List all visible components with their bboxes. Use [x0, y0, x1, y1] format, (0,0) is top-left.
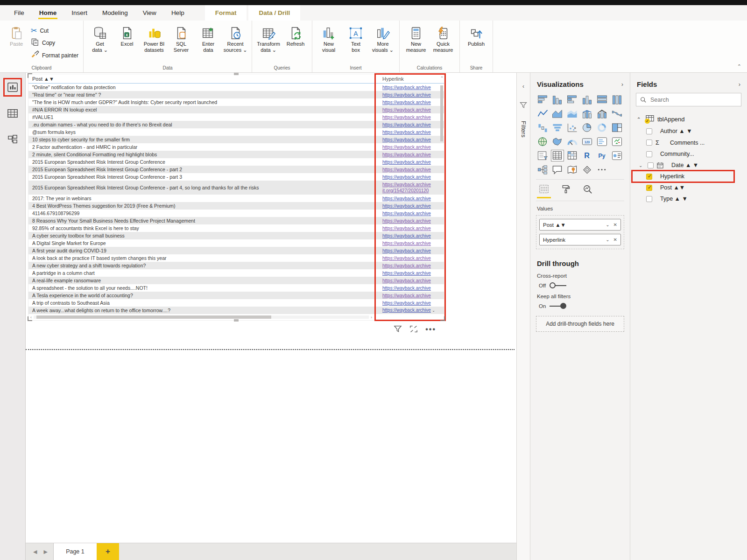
filters-panel-label[interactable]: Filters	[520, 121, 527, 137]
gauge-icon[interactable]	[566, 136, 579, 147]
cut-button[interactable]: ✂Cut	[31, 26, 78, 35]
hyperlink-cell-link[interactable]: https://wayback.archive	[382, 248, 431, 253]
table-icon[interactable]	[551, 150, 564, 161]
recent-sources-button[interactable]: Recent sources ⌄	[222, 22, 249, 53]
power-apps-icon[interactable]	[581, 164, 594, 175]
quick-measure-button[interactable]: Quick measure	[430, 22, 457, 53]
hyperlink-cell-link[interactable]: https://wayback.archive	[382, 211, 431, 216]
data-view-icon[interactable]	[5, 105, 21, 121]
hyperlink-cell-link[interactable]: https://wayback.archive	[382, 278, 431, 283]
waterfall-chart-icon[interactable]	[536, 122, 549, 133]
hyperlink-cell-link[interactable]: https://wayback.archive	[382, 137, 431, 142]
vscroll-up-icon[interactable]: ⌃	[440, 76, 444, 80]
ribbon-tab-insert[interactable]: Insert	[64, 5, 95, 21]
visual-corner-handle[interactable]	[28, 73, 32, 78]
chevron-down-icon[interactable]: ⌄	[606, 222, 609, 227]
table-row[interactable]: 10 steps to cyber security for the small…	[28, 136, 444, 143]
report-canvas[interactable]: Post ▲▼ Hyperlink "Online" notification …	[26, 73, 516, 543]
more-options-icon[interactable]	[595, 164, 608, 175]
next-page-icon[interactable]: ▶	[43, 549, 47, 555]
field-item-author[interactable]: Author ▲ ▼	[636, 126, 741, 137]
table-row[interactable]: A look back at the practice IT based sys…	[28, 254, 444, 262]
r-script-icon[interactable]: R	[581, 150, 594, 161]
ribbon-tab-view[interactable]: View	[135, 5, 164, 21]
table-row[interactable]: A week away...what delights on return to…	[28, 307, 444, 314]
table-row[interactable]: A new cyber strategy and a shift towards…	[28, 262, 444, 269]
publish-button[interactable]: Publish	[463, 22, 490, 47]
kpi-icon[interactable]	[610, 136, 623, 147]
new-visual-button[interactable]: New visual	[315, 22, 342, 53]
collapse-fields-icon[interactable]: ›	[739, 81, 740, 88]
hyperlink-cell-link[interactable]: https://wayback.archive	[382, 196, 431, 201]
table-row[interactable]: A Tesla experience in the world of accou…	[28, 292, 444, 299]
refresh-button[interactable]: Refresh	[282, 22, 309, 47]
hyperlink-cell-link[interactable]: https://wayback.archive	[382, 152, 431, 157]
hyperlink-cell-link[interactable]: https://wayback.archive	[382, 286, 431, 291]
hyperlink-cell-link[interactable]: https://wayback.archive	[382, 92, 431, 98]
table-row[interactable]: #VALUE1https://wayback.archive	[28, 113, 444, 121]
table-row[interactable]: 92.85% of accountants think Excel is her…	[28, 224, 444, 232]
stacked-bar-chart-icon[interactable]	[536, 94, 549, 105]
hyperlink-cell-link[interactable]: https://wayback.archive	[382, 271, 431, 276]
collapse-visualizations-icon[interactable]: ›	[621, 81, 623, 88]
field-checkbox[interactable]	[646, 174, 652, 180]
clustered-bar-chart-icon[interactable]	[566, 94, 579, 105]
visual-resize-handle-top[interactable]	[234, 73, 239, 75]
ribbon-tab-format[interactable]: Format	[205, 5, 247, 21]
search-input[interactable]	[650, 97, 725, 103]
table-row[interactable]: "The fine is HOW much under GDPR?" Audit…	[28, 98, 444, 106]
field-checkbox[interactable]	[646, 151, 652, 157]
table-row[interactable]: A cyber security toolbox for small busin…	[28, 232, 444, 239]
keep-all-filters-toggle[interactable]: On	[539, 303, 623, 309]
pie-chart-icon[interactable]	[581, 122, 594, 133]
qa-icon[interactable]	[551, 164, 564, 175]
table-visual[interactable]: Post ▲▼ Hyperlink "Online" notification …	[28, 74, 444, 335]
field-checkbox[interactable]	[646, 128, 652, 134]
tab-format[interactable]	[561, 184, 571, 198]
add-drill-through-fields-dropzone[interactable]: Add drill-through fields here	[536, 316, 624, 332]
hyperlink-cell-link[interactable]: https://wayback.archive	[382, 182, 431, 187]
hyperlink-cell-link[interactable]: https://wayback.archive	[382, 175, 431, 180]
sql-server-button[interactable]: SQL Server	[168, 22, 195, 53]
collapse-table-icon[interactable]: ⌃	[637, 117, 642, 122]
card-icon[interactable]: 123	[581, 136, 594, 147]
table-row[interactable]: "Online" notification for data protectio…	[28, 84, 444, 91]
paste-button[interactable]: Paste	[3, 22, 30, 47]
100-stacked-column-chart-icon[interactable]	[610, 94, 623, 105]
hyperlink-cell-link[interactable]: https://wayback.archive	[382, 218, 431, 224]
field-item-hyperlink[interactable]: Hyperlink	[636, 171, 741, 182]
report-view-icon[interactable]	[5, 79, 21, 95]
scatter-chart-icon[interactable]	[566, 122, 579, 133]
table-vertical-scrollbar[interactable]	[440, 85, 443, 141]
visual-filter-icon[interactable]	[394, 325, 402, 335]
transform-data-button[interactable]: Transform data ⌄	[255, 22, 282, 53]
copy-button[interactable]: Copy	[31, 38, 78, 48]
fields-search[interactable]	[636, 93, 741, 106]
hyperlink-cell-link[interactable]: https://wayback.archive	[382, 122, 431, 127]
hyperlink-cell-link[interactable]: https://wayback.archive	[382, 107, 431, 112]
stacked-area-chart-icon[interactable]	[566, 108, 579, 119]
arcgis-map-icon[interactable]	[566, 164, 579, 175]
hyperlink-column-header[interactable]: Hyperlink	[377, 76, 444, 82]
table-row[interactable]: 8 Reasons Why Your Small Business Needs …	[28, 217, 444, 224]
post-column-header[interactable]: Post ▲▼	[28, 76, 377, 82]
model-view-icon[interactable]	[5, 132, 21, 147]
hscroll-thumb[interactable]	[36, 315, 271, 319]
remove-field-icon[interactable]: ✕	[613, 237, 617, 242]
table-row[interactable]: 41146.679108796299https://wayback.archiv…	[28, 210, 444, 217]
hyperlink-cell-link[interactable]: https://wayback.archive	[382, 226, 431, 231]
get-data-button[interactable]: Get data ⌄	[86, 22, 113, 53]
line-stacked-column-chart-icon[interactable]	[581, 108, 594, 119]
field-item-post[interactable]: Post ▲▼	[636, 182, 741, 193]
map-icon[interactable]	[536, 136, 549, 147]
expand-field-icon[interactable]: ⌄	[639, 163, 644, 168]
hyperlink-cell-link[interactable]: https://wayback.archive	[382, 233, 431, 238]
table-row[interactable]: 2015 European Spreadsheet Risk Interest …	[28, 158, 444, 166]
100-stacked-bar-chart-icon[interactable]	[595, 94, 608, 105]
focus-mode-icon[interactable]	[409, 325, 418, 335]
field-checkbox[interactable]	[648, 162, 654, 168]
tab-fields[interactable]	[539, 184, 549, 198]
ribbon-tab-data-drill[interactable]: Data / Drill	[248, 5, 300, 21]
table-row[interactable]: 2017: The year in webinarshttps://waybac…	[28, 195, 444, 202]
field-item-comments[interactable]: ΣComments ...	[636, 137, 741, 148]
